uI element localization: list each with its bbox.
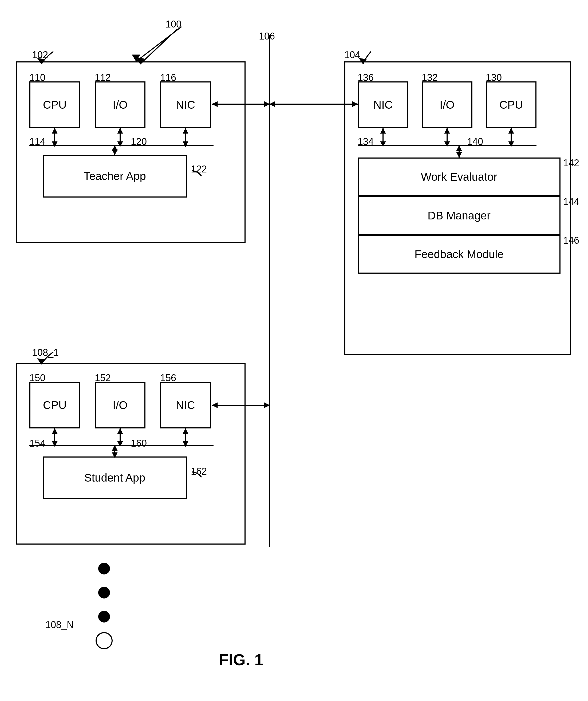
svg-point-53 [98,587,110,599]
ref-112: 112 [95,72,111,83]
svg-line-56 [140,29,178,64]
teacher-cpu-box: CPU [29,81,80,128]
ref-106: 106 [259,31,275,42]
svg-marker-18 [264,101,270,107]
teacher-nic-box: NIC [160,81,211,128]
server-nic-box: NIC [358,81,408,128]
svg-point-54 [98,611,110,623]
work-evaluator-box: Work Evaluator [358,158,561,196]
server-io-box: I/O [422,81,473,128]
ref-108-1: 108_1 [32,347,59,358]
ref-104: 104 [344,49,360,61]
ref-136: 136 [358,72,374,83]
server-cpu-box: CPU [486,81,537,128]
ref-146: 146 [563,235,579,246]
ref-102: 102 [32,49,48,61]
svg-point-55 [96,633,112,649]
svg-line-0 [136,27,182,61]
ref-156: 156 [160,373,176,384]
ref-140: 140 [467,136,483,147]
teacher-app-box: Teacher App [43,155,187,198]
ref-162: 162 [191,466,207,477]
ref-152: 152 [95,373,111,384]
fig-label: FIG. 1 [219,651,263,669]
svg-marker-35 [270,101,275,107]
ref-154: 154 [29,438,45,449]
ref-134: 134 [358,136,374,147]
svg-marker-50 [264,403,270,408]
db-manager-box: DB Manager [358,196,561,235]
ref-108-n: 108_N [45,619,74,631]
ref-150: 150 [29,373,45,384]
ref-110: 110 [29,72,45,83]
ref-122: 122 [191,164,207,175]
ref-160: 160 [131,438,147,449]
ref-116: 116 [160,72,176,83]
teacher-io-box: I/O [95,81,145,128]
student-app-box: Student App [43,456,187,499]
student-cpu-box: CPU [29,382,80,429]
ref-144: 144 [563,196,579,207]
ref-120: 120 [131,136,147,147]
svg-marker-1 [132,55,140,61]
ref-130: 130 [486,72,502,83]
student-io-box: I/O [95,382,145,429]
student-nic-box: NIC [160,382,211,429]
ref-114: 114 [29,136,45,147]
diagram: 100 102 104 106 108_1 108_N CPU 110 I/O … [0,0,588,701]
db-manager-label: DB Manager [427,209,491,222]
ref-132: 132 [422,72,438,83]
ref-142: 142 [563,158,579,169]
feedback-module-label: Feedback Module [414,248,504,261]
svg-point-52 [98,563,110,574]
feedback-module-box: Feedback Module [358,235,561,274]
ref-100: 100 [166,19,182,30]
